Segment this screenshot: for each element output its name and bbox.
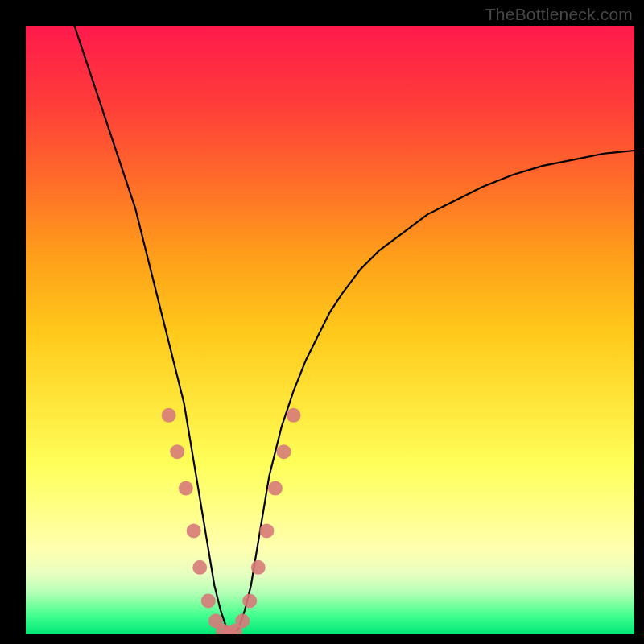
curve-marker xyxy=(277,444,291,459)
watermark-text: TheBottleneck.com xyxy=(485,5,633,24)
curve-marker xyxy=(287,408,301,423)
curve-marker xyxy=(268,481,283,496)
curve-marker xyxy=(222,625,237,634)
plot-area xyxy=(26,26,634,634)
curve-marker xyxy=(228,623,242,634)
curve-marker xyxy=(179,481,193,496)
curve-marker xyxy=(259,523,274,538)
curve-layer xyxy=(74,26,634,634)
curve-marker xyxy=(235,613,250,628)
chart-frame: TheBottleneck.com xyxy=(0,0,644,644)
curve-marker xyxy=(242,593,257,608)
bottleneck-curve-path xyxy=(74,26,634,634)
curve-marker xyxy=(192,560,207,575)
curve-marker xyxy=(208,613,223,628)
curve-marker xyxy=(162,408,176,423)
curve-svg xyxy=(26,26,634,634)
curve-marker xyxy=(216,623,230,634)
curve-marker xyxy=(201,593,216,608)
curve-marker xyxy=(187,523,201,538)
marker-layer xyxy=(162,408,301,634)
curve-marker xyxy=(170,444,184,459)
curve-marker xyxy=(251,560,266,575)
